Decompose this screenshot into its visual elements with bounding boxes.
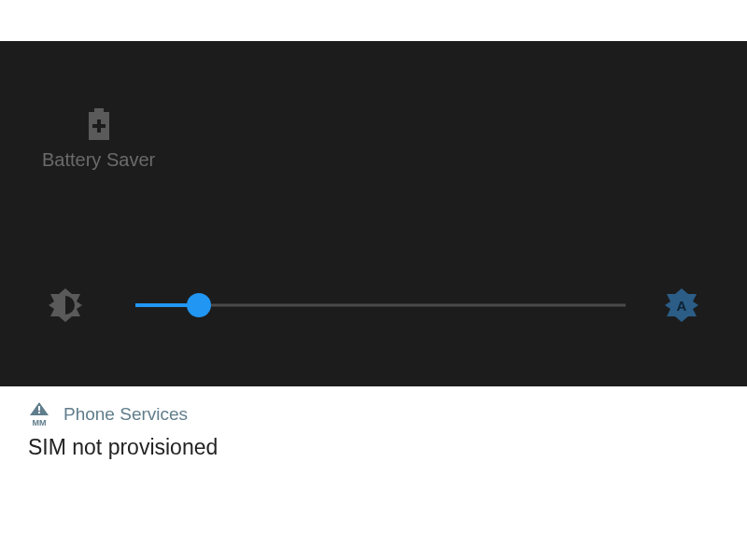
brightness-low-icon [47, 287, 84, 324]
battery-saver-tile[interactable]: Battery Saver [42, 108, 155, 171]
svg-rect-6 [38, 412, 40, 413]
slider-thumb[interactable] [187, 293, 211, 317]
auto-brightness-label: A [677, 298, 687, 314]
svg-text:MM: MM [33, 418, 47, 427]
notification-app-name: Phone Services [63, 404, 188, 425]
warning-sim-icon: MM [28, 403, 50, 426]
battery-saver-label: Battery Saver [42, 149, 155, 171]
svg-rect-1 [92, 124, 106, 128]
brightness-row: A [47, 282, 700, 329]
brightness-slider[interactable] [135, 287, 626, 324]
notification-header: MM Phone Services [28, 403, 719, 426]
svg-rect-5 [38, 406, 40, 411]
notification-card[interactable]: MM Phone Services SIM not provisioned [0, 386, 747, 473]
notification-title: SIM not provisioned [28, 435, 719, 460]
quick-settings-panel: Battery Saver A [0, 41, 747, 386]
auto-brightness-toggle[interactable]: A [663, 287, 700, 324]
battery-plus-icon [83, 108, 115, 140]
